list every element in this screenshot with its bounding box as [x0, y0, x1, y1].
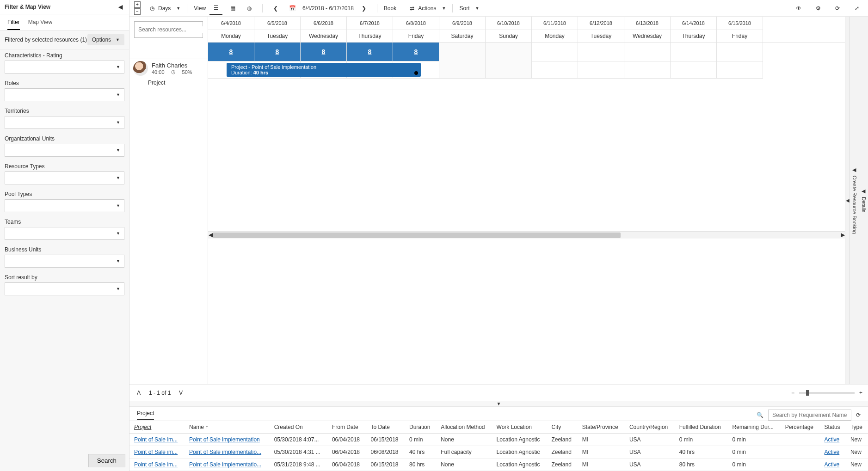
- filter-panel-title: Filter & Map View: [5, 4, 50, 10]
- requirement-search-input[interactable]: [768, 410, 851, 421]
- column-header[interactable]: Status: [820, 421, 846, 434]
- sort-label: Sort: [459, 5, 469, 12]
- column-header[interactable]: Fulfilled Duration: [675, 421, 728, 434]
- collapse-all-icon[interactable]: −: [134, 8, 141, 15]
- column-header[interactable]: From Date: [327, 421, 366, 434]
- page-prev-icon[interactable]: ᐱ: [135, 389, 142, 397]
- horizontal-scrollbar[interactable]: ◀ ▶: [208, 231, 845, 239]
- resource-search-input[interactable]: [138, 26, 208, 33]
- project-link[interactable]: Point of Sale im...: [134, 461, 178, 468]
- date-header: 6/9/2018: [439, 17, 485, 30]
- column-header[interactable]: Name ↑: [185, 421, 270, 434]
- date-header: 6/7/2018: [347, 17, 393, 30]
- eye-icon[interactable]: 👁: [792, 2, 805, 15]
- refresh-icon[interactable]: ⟳: [856, 412, 861, 418]
- table-row[interactable]: Point of Sale im... Point of Sale implem…: [129, 446, 868, 459]
- filter-select[interactable]: [5, 199, 124, 212]
- requirements-grid: ProjectName ↑Created OnFrom DateTo DateD…: [129, 421, 868, 471]
- dow-header: Monday: [208, 30, 254, 42]
- filter-panel: Filter & Map View ◀ Filter Map View Filt…: [0, 0, 129, 471]
- filter-select[interactable]: [5, 144, 124, 157]
- date-range[interactable]: 6/4/2018 - 6/17/2018: [302, 5, 354, 12]
- hours-cell[interactable]: 8: [393, 43, 439, 61]
- fullscreen-icon[interactable]: ⤢: [850, 2, 863, 15]
- filter-select[interactable]: [5, 116, 124, 129]
- hours-cell[interactable]: 8: [347, 43, 393, 61]
- resource-row[interactable]: Faith Charles 40:00 ◷ 50%: [129, 59, 208, 78]
- clock-icon: ◷: [150, 5, 154, 12]
- book-button[interactable]: Book: [384, 5, 396, 12]
- column-header[interactable]: Country/Region: [625, 421, 675, 434]
- project-link[interactable]: Point of Sale im...: [134, 449, 178, 455]
- column-header[interactable]: Created On: [270, 421, 327, 434]
- tab-filter[interactable]: Filter: [7, 19, 20, 30]
- time-scale-label: Days: [158, 5, 171, 12]
- column-header[interactable]: Percentage: [781, 421, 820, 434]
- resource-utilization: 50%: [182, 69, 192, 75]
- zoom-slider[interactable]: [799, 392, 855, 394]
- filter-select[interactable]: [5, 255, 124, 268]
- search-button[interactable]: Search: [88, 454, 125, 467]
- table-row[interactable]: Point of Sale im... Point of Sale implem…: [129, 459, 868, 471]
- filter-label: Teams: [5, 219, 124, 225]
- page-next-icon[interactable]: ᐯ: [177, 389, 185, 397]
- date-header: 6/4/2018: [208, 17, 254, 30]
- column-header[interactable]: Type: [846, 421, 868, 434]
- refresh-icon[interactable]: ⟳: [831, 2, 844, 15]
- time-scale-dropdown[interactable]: ◷ Days ▼: [150, 5, 180, 12]
- filter-select[interactable]: [5, 227, 124, 240]
- tab-project-requirements[interactable]: Project: [137, 410, 154, 420]
- column-header[interactable]: State/Province: [578, 421, 625, 434]
- column-header[interactable]: Remaining Dur...: [728, 421, 781, 434]
- date-header: 6/6/2018: [301, 17, 346, 30]
- hours-cell[interactable]: 8: [301, 43, 347, 61]
- project-link[interactable]: Point of Sale im...: [134, 436, 178, 443]
- filter-select[interactable]: [5, 171, 124, 184]
- empty-cell: [671, 43, 717, 61]
- status-link[interactable]: Active: [825, 461, 840, 468]
- tab-map-view[interactable]: Map View: [28, 19, 52, 30]
- view-globe-icon[interactable]: ◍: [243, 2, 256, 15]
- sort-dropdown[interactable]: Sort ▼: [459, 5, 479, 12]
- column-header[interactable]: City: [547, 421, 578, 434]
- resource-child[interactable]: Project: [129, 78, 208, 88]
- table-row[interactable]: Point of Sale im... Point of Sale implem…: [129, 434, 868, 446]
- column-header[interactable]: Duration: [405, 421, 436, 434]
- column-header[interactable]: Allocation Method: [436, 421, 492, 434]
- prev-range-icon[interactable]: ❮: [269, 2, 282, 15]
- status-link[interactable]: Active: [825, 436, 840, 443]
- hours-cell[interactable]: 8: [254, 43, 301, 61]
- filter-select[interactable]: [5, 61, 124, 73]
- name-link[interactable]: Point of Sale implementatio...: [189, 449, 261, 455]
- create-resource-booking-tab[interactable]: ◀ Create Resource Booking: [850, 17, 859, 384]
- date-header: 6/15/2018: [717, 17, 763, 30]
- details-tab[interactable]: ◀ Details: [859, 17, 868, 384]
- actions-dropdown[interactable]: ⇄ Actions ▼: [410, 5, 446, 12]
- view-list-icon[interactable]: ☰: [209, 2, 222, 15]
- zoom-in-icon[interactable]: +: [859, 390, 862, 396]
- search-icon[interactable]: 🔍: [757, 412, 763, 418]
- calendar-icon[interactable]: 📅: [286, 2, 299, 15]
- name-link[interactable]: Point of Sale implementation: [189, 436, 260, 443]
- gear-icon[interactable]: ⚙: [812, 2, 825, 15]
- chevron-down-icon: ▼: [475, 6, 479, 11]
- actions-label: Actions: [418, 5, 436, 12]
- booking-block[interactable]: Project - Point of Sale implementation D…: [227, 63, 421, 77]
- panel-resize-handle[interactable]: ▼: [497, 401, 501, 406]
- expand-all-icon[interactable]: +: [134, 1, 141, 8]
- view-grid-icon[interactable]: ▦: [226, 2, 239, 15]
- collapse-booking-panel[interactable]: ◀: [845, 17, 850, 384]
- filter-select[interactable]: [5, 88, 124, 101]
- name-link[interactable]: Point of Sale implementatio...: [189, 461, 261, 468]
- options-dropdown[interactable]: Options ▼: [87, 34, 124, 45]
- column-header[interactable]: Project: [129, 421, 185, 434]
- next-range-icon[interactable]: ❯: [357, 2, 370, 15]
- column-header[interactable]: To Date: [366, 421, 405, 434]
- column-header[interactable]: Work Location: [492, 421, 547, 434]
- collapse-left-icon[interactable]: ◀: [117, 3, 124, 11]
- zoom-out-icon[interactable]: −: [791, 390, 794, 396]
- hours-cell[interactable]: 8: [208, 43, 254, 61]
- dow-header: Monday: [532, 30, 578, 42]
- filter-select[interactable]: [5, 282, 124, 295]
- status-link[interactable]: Active: [825, 449, 840, 455]
